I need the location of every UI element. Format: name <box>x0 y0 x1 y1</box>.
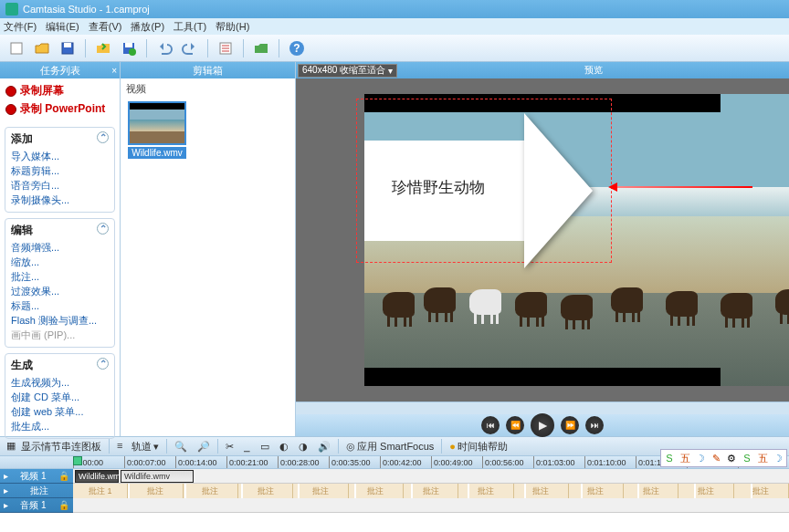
properties-button[interactable] <box>215 37 237 59</box>
video-track[interactable]: Wildlife.wmv Wildlife.wmv <box>73 469 789 484</box>
record-powerpoint-button[interactable]: 录制 PowerPoint <box>5 101 114 117</box>
ime-button[interactable]: ☽ <box>771 451 785 465</box>
flash-quiz-link[interactable]: Flash 测验与调查... <box>11 314 109 328</box>
timeline-help-button[interactable]: ● 时间轴帮助 <box>447 439 510 454</box>
collapse-icon[interactable]: ⌃ <box>97 131 109 143</box>
menu-view[interactable]: 查看(V) <box>89 20 122 34</box>
voice-narration-link[interactable]: 语音旁白... <box>11 179 109 193</box>
collapse-icon[interactable]: ⌃ <box>97 358 109 370</box>
new-project-button[interactable] <box>5 37 27 59</box>
produce-button[interactable] <box>250 37 272 59</box>
tool-button[interactable]: ◑ <box>296 440 310 454</box>
lock-icon[interactable]: 🔒 <box>58 500 69 510</box>
menu-edit[interactable]: 编辑(E) <box>46 20 79 34</box>
ime-button[interactable]: S <box>662 451 677 465</box>
tool-button[interactable]: ▭ <box>258 440 272 454</box>
split-button[interactable]: ⎯ <box>241 440 253 453</box>
callout-track-label[interactable]: ▸批注 <box>0 484 73 498</box>
record-screen-button[interactable]: 录制屏幕 <box>5 83 114 99</box>
zoom-out-button[interactable]: 🔎 <box>195 440 213 454</box>
tracks-button[interactable]: ≡轨道 ▾ <box>114 439 162 454</box>
callout-segment[interactable]: 批注 <box>734 484 789 498</box>
forward-button[interactable]: ⏩ <box>561 416 579 434</box>
rewind-button[interactable]: ⏪ <box>506 416 524 434</box>
pip-link[interactable]: 画中画 (PIP)... <box>11 329 109 342</box>
callout-text[interactable]: 珍惜野生动物 <box>392 177 485 198</box>
ime-button[interactable]: 五 <box>678 451 692 465</box>
callout-segment[interactable]: 批注 <box>238 484 293 498</box>
collapse-icon[interactable]: ⌃ <box>97 223 109 235</box>
video-clip[interactable]: Wildlife.wmv <box>121 470 194 483</box>
callout-segment[interactable]: 批注 <box>184 484 238 498</box>
ime-button[interactable]: 五 <box>755 451 770 465</box>
task-pane-close[interactable]: × <box>111 63 117 79</box>
callout-track[interactable]: 批注 1 批注 批注 批注 批注 批注 批注 批注 批注 批注 批注 批注 批注 <box>73 484 789 498</box>
lock-icon[interactable]: 🔒 <box>58 471 69 481</box>
help-button[interactable]: ? <box>286 37 308 59</box>
ime-toolbar[interactable]: S 五 ☽ ✎ ⚙ S 五 ☽ <box>660 449 787 467</box>
ime-button[interactable]: ☽ <box>693 451 708 465</box>
playback-controls: ⏮ ⏪ ▶ ⏩ ⏭ <box>296 414 789 436</box>
callouts-link[interactable]: 批注... <box>11 270 109 284</box>
video-track-label[interactable]: ▸视频 1🔒 <box>0 469 73 484</box>
zoom-in-button[interactable]: 🔍 <box>172 440 190 454</box>
cut-button[interactable]: ✂ <box>223 440 237 454</box>
import-button[interactable] <box>92 37 114 59</box>
record-camera-link[interactable]: 录制摄像头... <box>11 193 109 207</box>
import-media-link[interactable]: 导入媒体... <box>11 150 109 163</box>
svg-rect-0 <box>11 43 22 54</box>
captions-link[interactable]: 标题... <box>11 299 109 313</box>
menu-play[interactable]: 播放(P) <box>131 20 164 34</box>
smartfocus-button[interactable]: ◎ 应用 SmartFocus <box>343 439 437 454</box>
create-web-link[interactable]: 创建 web 菜单... <box>11 405 109 419</box>
preview-scrollbar[interactable] <box>296 402 789 414</box>
transitions-link[interactable]: 过渡效果... <box>11 285 109 298</box>
redo-button[interactable] <box>179 37 201 59</box>
menu-file[interactable]: 文件(F) <box>4 20 37 34</box>
tool-button[interactable]: ◐ <box>277 440 291 454</box>
record-icon <box>5 104 16 115</box>
audio-track-label[interactable]: ▸音频 1🔒 <box>0 498 73 513</box>
play-button[interactable]: ▶ <box>531 413 554 437</box>
zoom-selector[interactable]: 640x480 收缩至适合 <box>298 64 397 78</box>
help-icon: ● <box>449 441 456 452</box>
menu-tools[interactable]: 工具(T) <box>174 20 206 34</box>
callout-segment[interactable]: 批注 <box>128 484 183 498</box>
storyboard-button[interactable]: ▦显示情节串连图板 <box>4 439 104 454</box>
first-frame-button[interactable]: ⏮ <box>481 416 500 434</box>
zoom-link[interactable]: 缩放... <box>11 256 109 269</box>
callout-segment[interactable]: 批注 <box>624 484 679 498</box>
produce-video-link[interactable]: 生成视频为... <box>11 376 109 390</box>
selection-box[interactable]: 珍惜野生动物 <box>356 99 612 263</box>
ime-button[interactable]: S <box>740 451 754 465</box>
clip-name[interactable]: Wildlife.wmv <box>128 147 186 159</box>
video-clip[interactable]: Wildlife.wmv <box>75 470 119 483</box>
save-button[interactable] <box>57 37 79 59</box>
clip-thumbnail[interactable] <box>128 101 186 145</box>
create-cd-link[interactable]: 创建 CD 菜单... <box>11 391 109 404</box>
tool-button[interactable]: 🔊 <box>315 440 333 454</box>
batch-produce-link[interactable]: 批生成... <box>11 420 109 433</box>
audio-enhance-link[interactable]: 音频增强... <box>11 241 109 255</box>
undo-button[interactable] <box>153 37 175 59</box>
ime-button[interactable]: ⚙ <box>724 451 739 465</box>
callout-segment[interactable]: 批注 <box>458 484 513 498</box>
tracks-icon: ≡ <box>117 440 130 453</box>
audio-track[interactable] <box>73 498 789 513</box>
svg-rect-4 <box>125 43 132 47</box>
last-frame-button[interactable]: ⏭ <box>585 416 604 434</box>
callout-segment[interactable]: 批注 <box>293 484 348 498</box>
preview-canvas[interactable]: 珍惜野生动物 <box>296 78 789 402</box>
title-clip-link[interactable]: 标题剪辑... <box>11 164 109 178</box>
playhead[interactable] <box>73 456 82 465</box>
open-button[interactable] <box>31 37 53 59</box>
ime-button[interactable]: ✎ <box>709 451 723 465</box>
save-as-button[interactable] <box>118 37 140 59</box>
callout-segment[interactable]: 批注 <box>569 484 624 498</box>
callout-segment[interactable]: 批注 <box>404 484 458 498</box>
menu-help[interactable]: 帮助(H) <box>216 20 249 34</box>
callout-segment[interactable]: 批注 <box>679 484 733 498</box>
callout-segment[interactable]: 批注 <box>349 484 404 498</box>
callout-segment[interactable]: 批注 <box>514 484 569 498</box>
callout-segment[interactable]: 批注 1 <box>73 484 128 498</box>
